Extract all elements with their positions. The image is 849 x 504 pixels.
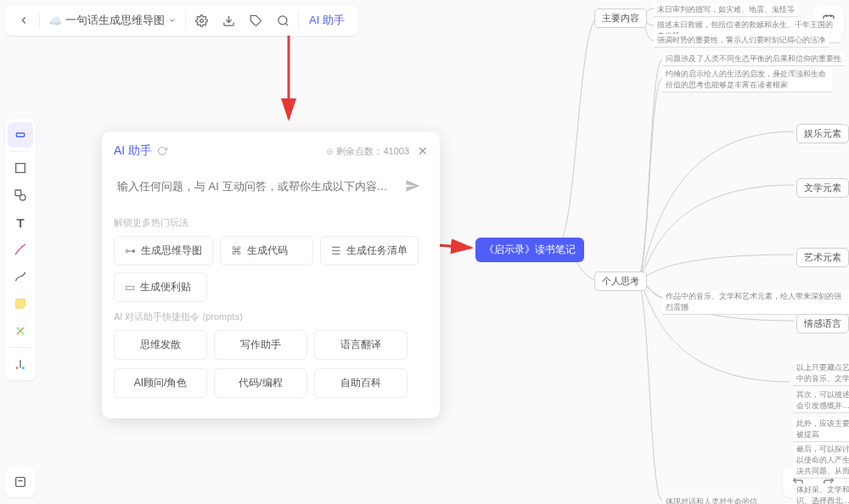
prompt-chips-row-2: AI顾问/角色 代码/编程 自助百科 [114, 368, 428, 398]
send-icon [405, 178, 420, 193]
export-button[interactable] [215, 7, 242, 34]
svg-line-4 [285, 23, 288, 25]
search-icon [277, 14, 290, 27]
doc-title-text: 一句话生成思维导图 [65, 13, 165, 28]
side-toolbar: T [5, 119, 36, 380]
export-icon [222, 14, 235, 27]
mindmap-leaf[interactable]: 最后，可以探讨作者以使命的人产生些解决共同题、从而… [793, 443, 849, 479]
tool-more[interactable] [8, 351, 33, 377]
mindmap-canvas[interactable]: 《启示录》读书笔记 主要内容 个人思考 末日审判的描写，如灾难、地震、鬼怪等 描… [458, 0, 849, 504]
svg-rect-16 [16, 478, 25, 487]
mindmap-leaf[interactable]: 末日审判的描写，如灾难、地震、鬼怪等 [654, 3, 798, 17]
mindmap-leaf[interactable]: 其次，可以描述前景会引发感慨并… [793, 389, 849, 413]
refresh-icon[interactable] [157, 146, 167, 156]
credits-label: ⊙ 剩余点数：41003 [326, 145, 409, 158]
svg-rect-9 [16, 133, 24, 137]
ai-assistant-link[interactable]: AI 助手 [301, 13, 353, 28]
section-hot-label: 解锁更多热门玩法 [114, 216, 428, 229]
mindmap-node-personal-thinking[interactable]: 个人思考 [594, 272, 647, 291]
mindmap-leaf[interactable]: 体现对话和人类对生命的信 [662, 496, 761, 504]
tool-connector[interactable] [8, 264, 33, 289]
prompt-chips-row-1: 思维发散 写作助手 语言翻译 [114, 330, 428, 360]
svg-rect-10 [16, 164, 25, 173]
hot-chips-row: ⊶生成思维导图 ⌘生成代码 ☰生成任务清单 ▭生成便利贴 [114, 236, 428, 302]
tool-sticky[interactable] [8, 291, 33, 316]
svg-rect-15 [22, 367, 25, 369]
ai-input-row [114, 167, 428, 204]
separator [10, 151, 31, 152]
mindmap-leaf[interactable]: 体好采、文学和意识、选择西北… [793, 484, 849, 504]
svg-rect-11 [15, 190, 21, 196]
document-title-dropdown[interactable]: ☁️ 一句话生成思维导图 [42, 13, 183, 28]
ai-title-text: AI 助手 [114, 143, 152, 159]
search-button[interactable] [269, 7, 296, 34]
separator [298, 12, 299, 29]
svg-point-12 [20, 194, 25, 200]
tasklist-icon: ☰ [331, 244, 341, 257]
mindmap-leaf[interactable]: 强调时势的重要性，警示人们要时刻记得心的洁净 [654, 34, 829, 48]
tool-shape[interactable] [8, 182, 33, 208]
chevron-down-icon [168, 16, 177, 25]
mindmap-leaf[interactable]: 约翰的启示给人的生活的启发，身处浑浊和生命价值的思考也能够是丰富在读者根家 [662, 68, 832, 92]
tool-text[interactable]: T [8, 210, 33, 235]
chip-generate-code[interactable]: ⌘生成代码 [220, 236, 313, 266]
cloud-icon: ☁️ [48, 14, 62, 27]
tool-select[interactable] [8, 122, 33, 148]
code-icon: ⌘ [231, 244, 242, 257]
section-prompts-label: AI 对话助手快捷指令 (prompts) [114, 311, 428, 323]
mindmap-node-art[interactable]: 艺术元素 [796, 248, 849, 267]
tool-mindmap[interactable] [8, 318, 33, 344]
mindmap-node-entertainment[interactable]: 娱乐元素 [796, 124, 849, 143]
chip-generate-mindmap[interactable]: ⊶生成思维导图 [114, 236, 213, 266]
ai-panel-title: AI 助手 [114, 143, 167, 159]
mindmap-node-literature[interactable]: 文学元素 [796, 178, 849, 198]
chip-prompt-writing[interactable]: 写作助手 [214, 330, 307, 360]
mindmap-root-node[interactable]: 《启示录》读书笔记 [475, 238, 584, 262]
chip-prompt-wiki[interactable]: 自助百科 [314, 368, 408, 398]
ai-panel-header: AI 助手 ⊙ 剩余点数：41003 ✕ [114, 143, 428, 159]
back-button[interactable] [10, 7, 37, 34]
text-icon: T [16, 216, 24, 230]
mindmap-leaf[interactable]: 以上只要藏点艺术等中的音乐、文学和艺 [793, 361, 849, 386]
mindmap-leaf[interactable]: 问题涉及了人类不同生态平衡的后果和信仰的重要性 [662, 53, 845, 66]
svg-point-0 [200, 19, 203, 22]
close-button[interactable]: ✕ [418, 144, 428, 158]
svg-point-3 [278, 15, 286, 24]
tool-frame[interactable] [8, 155, 33, 181]
svg-point-14 [16, 367, 19, 369]
tag-button[interactable] [242, 7, 269, 34]
chip-prompt-role[interactable]: AI顾问/角色 [114, 368, 207, 398]
chip-generate-sticky[interactable]: ▭生成便利贴 [114, 272, 207, 302]
ai-panel-meta: ⊙ 剩余点数：41003 ✕ [326, 144, 428, 158]
chip-prompt-coding[interactable]: 代码/编程 [214, 368, 307, 398]
separator [185, 12, 186, 29]
mindmap-icon: ⊶ [125, 244, 136, 257]
layers-button[interactable] [5, 467, 36, 497]
ai-prompt-input[interactable] [117, 180, 401, 193]
mindmap-node-insight[interactable]: 情感语言 [796, 314, 849, 333]
chip-generate-tasklist[interactable]: ☰生成任务清单 [320, 236, 419, 266]
top-toolbar: ☁️ 一句话生成思维导图 AI 助手 [5, 5, 358, 36]
gear-icon [195, 14, 208, 27]
mindmap-node-main-content[interactable]: 主要内容 [594, 8, 647, 28]
settings-button[interactable] [188, 7, 215, 34]
mindmap-leaf[interactable]: 作品中的音乐、文学和艺术元素，给人带来深刻的强烈震撼 [662, 290, 849, 315]
mindmap-leaf[interactable]: 此外，应该主要作求被提高 [793, 417, 849, 442]
separator [10, 347, 31, 348]
chip-prompt-translate[interactable]: 语言翻译 [314, 330, 408, 360]
chip-prompt-diverge[interactable]: 思维发散 [114, 330, 207, 360]
tool-pen[interactable] [8, 237, 33, 262]
layers-icon [14, 475, 27, 489]
separator [39, 12, 40, 29]
sticky-icon: ▭ [125, 281, 135, 294]
send-button[interactable] [401, 174, 424, 198]
ai-assistant-panel: AI 助手 ⊙ 剩余点数：41003 ✕ 解锁更多热门玩法 ⊶生成思维导图 ⌘生… [102, 132, 440, 418]
tag-icon [250, 14, 262, 27]
